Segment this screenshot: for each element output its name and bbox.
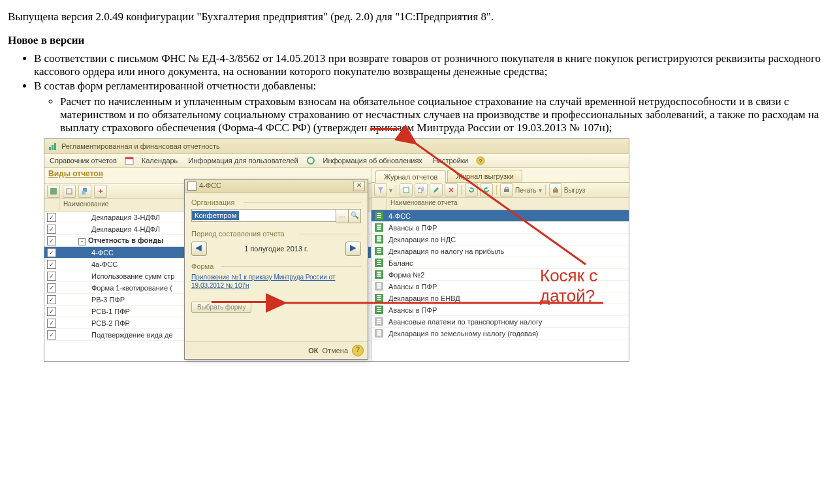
toolbar-btn-4[interactable] xyxy=(94,185,107,198)
tab-journal-export[interactable]: Журнал выгрузки xyxy=(447,170,522,182)
svg-rect-16 xyxy=(505,187,508,189)
list-row[interactable]: Декларация по ЕНВД xyxy=(371,292,629,304)
print-label[interactable]: Печать xyxy=(515,187,537,194)
intro-paragraph: Выпущена версия 2.0.49 конфигурации "Бух… xyxy=(8,10,829,24)
dialog-icon xyxy=(187,181,197,191)
calendar-icon xyxy=(125,156,134,165)
group-form: Форма xyxy=(191,262,361,270)
edit-icon[interactable] xyxy=(430,183,443,197)
underline-date-dialog xyxy=(212,301,272,303)
menu-updates[interactable]: Информация об обновлениях xyxy=(321,155,425,166)
svg-rect-11 xyxy=(82,191,86,195)
redo-icon[interactable] xyxy=(480,183,493,197)
list-row[interactable]: 4-ФСС xyxy=(371,210,629,222)
org-select-button[interactable]: … xyxy=(336,209,349,223)
svg-rect-0 xyxy=(49,147,51,150)
report-list[interactable]: 4-ФССАвансы в ПФРДекларация по НДСДеклар… xyxy=(371,210,629,361)
undo-icon[interactable] xyxy=(465,183,478,197)
organization-input[interactable]: Конфетпром xyxy=(191,209,336,222)
list-row[interactable]: Форма №2 xyxy=(371,269,629,281)
dialog-help-icon[interactable]: ? xyxy=(352,345,364,356)
period-value: 1 полугодие 2013 г. xyxy=(244,245,308,253)
svg-rect-14 xyxy=(418,189,422,193)
print-icon[interactable] xyxy=(500,183,513,197)
period-next-button[interactable]: ⯈ xyxy=(345,242,361,256)
list-row[interactable]: Баланс xyxy=(371,257,629,269)
bullet-2: В состав форм регламентированной отчетно… xyxy=(34,80,829,134)
list-row[interactable]: Декларация по налогу на прибыль xyxy=(371,245,629,257)
delete-icon[interactable] xyxy=(445,183,458,197)
menu-userinfo[interactable]: Информация для пользователей xyxy=(185,155,300,166)
list-row[interactable]: Авансы в ПФР xyxy=(371,281,629,292)
section-heading: Новое в версии xyxy=(8,34,829,47)
window-title: Регламентированная и финансовая отчетнос… xyxy=(61,142,220,150)
list-row[interactable]: Декларация по земельному налогу (годовая… xyxy=(371,328,629,339)
right-toolbar: ▾ Печать ▾ Выгруз xyxy=(371,183,629,198)
menubar: Справочник отчетов Календарь Информация … xyxy=(44,154,629,168)
period-prev-button[interactable]: ⯇ xyxy=(191,242,207,256)
list-row[interactable]: Авансы в ПФР xyxy=(371,222,629,234)
right-columns: Наименование отчета xyxy=(371,198,629,210)
toolbar-btn-2[interactable] xyxy=(63,185,76,198)
svg-point-5 xyxy=(308,157,314,164)
group-organization: Организация xyxy=(191,198,361,206)
export-label[interactable]: Выгруз xyxy=(564,187,586,194)
group-period: Период составления отчета xyxy=(191,230,361,238)
list-row[interactable]: Авансовые платежи по транспортному налог… xyxy=(371,316,629,328)
select-form-button[interactable]: Выбрать форму xyxy=(191,302,251,313)
svg-rect-4 xyxy=(125,157,133,159)
new-icon[interactable] xyxy=(400,183,413,197)
svg-rect-12 xyxy=(403,187,409,193)
filter-icon[interactable] xyxy=(374,183,387,197)
tabs: Журнал отчетов Журнал выгрузки xyxy=(371,168,629,183)
svg-rect-1 xyxy=(52,145,54,150)
bullet-1: В соответствии с письмом ФНС № ЕД-4-3/85… xyxy=(34,52,829,78)
dialog-4fss: 4-ФСС ✕ Организация Конфетпром … 🔍 Перио… xyxy=(184,179,368,360)
sub-bullet-1: Расчет по начисленным и уплаченным страх… xyxy=(60,95,829,134)
svg-rect-2 xyxy=(54,143,56,150)
ok-button[interactable]: ОК xyxy=(308,347,318,354)
copy-icon[interactable] xyxy=(415,183,428,197)
toolbar-btn-3[interactable] xyxy=(78,185,91,198)
right-pane: Журнал отчетов Журнал выгрузки ▾ xyxy=(371,168,629,361)
svg-rect-9 xyxy=(67,189,72,194)
org-search-button[interactable]: 🔍 xyxy=(349,209,361,223)
underline-date-top xyxy=(370,128,399,130)
list-row[interactable]: Декларация по НДС xyxy=(371,234,629,245)
svg-text:?: ? xyxy=(479,158,482,165)
form-link[interactable]: Приложение №1 к приказу Минтруда России … xyxy=(191,273,361,290)
update-icon xyxy=(306,156,315,165)
toolbar-btn-1[interactable] xyxy=(47,185,60,198)
list-row[interactable]: Авансы в ПФР xyxy=(371,304,629,316)
svg-rect-8 xyxy=(50,188,57,195)
menu-reference[interactable]: Справочник отчетов xyxy=(47,155,119,166)
help-icon[interactable]: ? xyxy=(476,156,485,165)
menu-settings[interactable]: Настройки xyxy=(430,155,471,166)
export-icon[interactable] xyxy=(549,183,562,197)
cancel-button[interactable]: Отмена xyxy=(323,347,348,354)
chart-icon xyxy=(48,142,57,151)
tab-journal-reports[interactable]: Журнал отчетов xyxy=(375,170,446,183)
dialog-title: 4-ФСС xyxy=(199,181,221,189)
window-titlebar: Регламентированная и финансовая отчетнос… xyxy=(44,139,629,154)
menu-calendar[interactable]: Календарь xyxy=(139,155,181,166)
close-icon[interactable]: ✕ xyxy=(353,181,365,191)
